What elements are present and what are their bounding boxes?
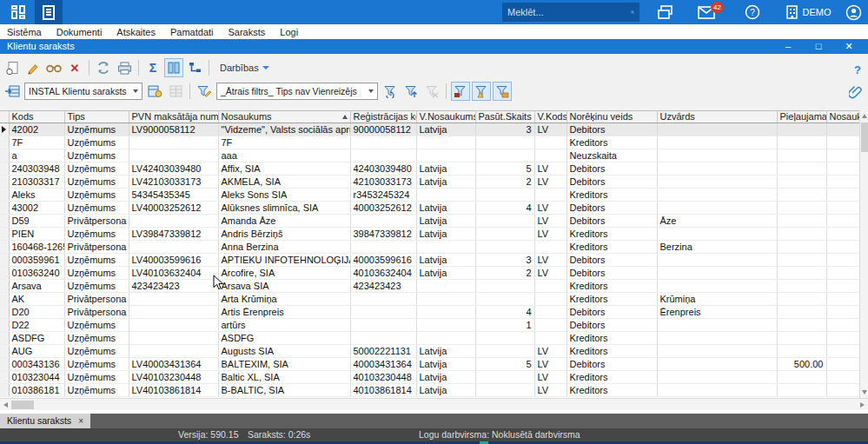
column-header-4[interactable]: Reģistrācijas kods [350, 111, 416, 123]
menu-item-saraksts[interactable]: Saraksts [229, 27, 266, 37]
cell[interactable]: Uzņēmums [64, 332, 129, 345]
cell[interactable] [416, 319, 475, 332]
cell[interactable]: Latvija [416, 345, 475, 358]
cell[interactable]: 54345435345 [129, 189, 218, 202]
filter-toggle-yellow-button[interactable] [472, 82, 491, 101]
cell[interactable]: 000343136 [9, 358, 64, 371]
column-header-8[interactable]: Norēķinu veids [567, 111, 657, 123]
filter-toggle-red-button[interactable] [451, 82, 470, 101]
cell[interactable]: Kreditors [567, 280, 657, 293]
cell[interactable]: 3 [475, 254, 534, 267]
company-button[interactable]: DEMO [782, 0, 834, 24]
table-row[interactable]: ArsavaUzņēmums423423423Arsava SIA4234234… [0, 280, 868, 293]
menu-item-logi[interactable]: Logi [280, 27, 298, 37]
cell[interactable] [657, 280, 777, 293]
table-row[interactable]: D20PrivātpersonaArtis Ērenpreis4Debitors… [0, 306, 868, 319]
cell[interactable] [475, 332, 534, 345]
cell[interactable]: Uzņēmums [64, 228, 129, 241]
cell[interactable]: r3453245324 [350, 189, 416, 202]
column-header-10[interactable]: Pieļaujamais ... [777, 111, 826, 123]
table-row[interactable]: 010323044UzņēmumsLV40103230448Baltic XL,… [0, 371, 868, 384]
cell[interactable] [350, 241, 416, 254]
cell[interactable]: AUG [9, 345, 64, 358]
filter-apply-button[interactable] [401, 82, 421, 101]
cell[interactable] [777, 136, 826, 149]
table-row[interactable]: AKPrivātpersonaArta KrūmiņaKreditorsKrūm… [0, 293, 868, 306]
cell[interactable] [350, 319, 416, 332]
cell[interactable]: Affix, SIA [218, 162, 350, 176]
cell[interactable] [416, 136, 475, 149]
cell[interactable]: Uzņēmums [64, 123, 129, 136]
cell[interactable]: LV39847339812 [129, 228, 218, 241]
table-row[interactable]: ASDFGUzņēmumsASDFGKreditors [0, 332, 868, 345]
cell[interactable]: Uzņēmums [64, 176, 129, 189]
cell[interactable] [416, 189, 475, 202]
column-header-2[interactable]: PVN maksātāja numurs [129, 111, 218, 123]
cell[interactable]: Kreditors [567, 371, 657, 384]
cell[interactable]: Debitors [567, 267, 657, 280]
table-row[interactable]: D22Uzņēmumsartūrs1Debitors [0, 319, 868, 332]
table-row[interactable]: AleksUzņēmums54345435345Aleks Sons SIAr3… [0, 189, 868, 202]
cell[interactable]: 010323044 [9, 371, 64, 384]
cell[interactable]: 5 [475, 358, 534, 371]
scroll-up-icon[interactable] [862, 114, 867, 118]
tree-view-button[interactable] [185, 58, 204, 77]
list-select-button[interactable] [3, 82, 22, 101]
cell[interactable]: LV [534, 176, 567, 189]
cell[interactable] [350, 149, 416, 162]
cell[interactable] [129, 241, 218, 254]
cell[interactable]: Debitors [567, 306, 657, 319]
windows-button[interactable] [653, 0, 678, 24]
cell[interactable]: Uzņēmums [64, 345, 129, 358]
cell[interactable]: Latvija [416, 123, 475, 136]
column-header-0[interactable]: Kods [9, 111, 64, 123]
print-button[interactable] [115, 58, 134, 77]
cell[interactable]: Latvija [416, 267, 475, 280]
cell[interactable] [777, 254, 826, 267]
cell[interactable]: Neuzskaita [567, 149, 657, 162]
cell[interactable]: LV40003252612 [129, 202, 218, 215]
cell[interactable]: LV40003599616 [129, 254, 218, 267]
cell[interactable] [534, 319, 567, 332]
cell[interactable]: Uzņēmums [64, 254, 129, 267]
cell[interactable]: LV40103632404 [129, 267, 218, 280]
cell[interactable] [657, 254, 777, 267]
cell[interactable]: Privātpersona [64, 306, 129, 319]
cell[interactable]: 40103632404 [350, 267, 416, 280]
cell[interactable] [475, 136, 534, 149]
cell[interactable]: 40003431364 [350, 358, 416, 371]
cell[interactable]: LV [534, 254, 567, 267]
cell[interactable]: Artis Ērenpreis [218, 306, 350, 319]
cell[interactable]: 1 [475, 319, 534, 332]
refresh-button[interactable] [94, 58, 113, 77]
cell[interactable] [777, 228, 826, 241]
new-record-button[interactable] [3, 58, 22, 77]
cell[interactable] [777, 162, 826, 176]
window-help-icon[interactable]: ? [854, 63, 861, 76]
cell[interactable]: Debitors [567, 254, 657, 267]
cell[interactable]: LV [534, 228, 567, 241]
cell[interactable]: LV40103861814 [129, 384, 218, 397]
cell[interactable]: LV42403039480 [129, 162, 218, 176]
columns-view-button[interactable] [164, 58, 183, 77]
cell[interactable]: ASDFG [218, 332, 350, 345]
horizontal-scrollbar[interactable] [0, 398, 868, 410]
cell[interactable]: 43002 [9, 202, 64, 215]
column-header-7[interactable]: V.Kods [534, 111, 567, 123]
delete-button[interactable]: ✕ [65, 58, 84, 77]
cell[interactable] [777, 345, 826, 358]
quick-filter-combobox[interactable]: _Ātrais filtrs_ Tips nav Vienreizējs [216, 83, 378, 100]
cell[interactable] [129, 306, 218, 319]
cell[interactable]: LV [534, 215, 567, 228]
cell[interactable]: 40003599616 [350, 254, 416, 267]
cell[interactable]: D20 [9, 306, 64, 319]
cell[interactable]: 2 [475, 267, 534, 280]
scroll-left-icon[interactable] [3, 402, 8, 408]
cell[interactable]: 500.00 [777, 358, 826, 371]
cell[interactable]: 5 [475, 162, 534, 176]
filter-toggle-orange-button[interactable] [493, 82, 512, 101]
edit-button[interactable] [23, 58, 43, 77]
cell[interactable]: Uzņēmums [64, 162, 129, 176]
cell[interactable] [129, 215, 218, 228]
user-button[interactable] [841, 0, 865, 24]
